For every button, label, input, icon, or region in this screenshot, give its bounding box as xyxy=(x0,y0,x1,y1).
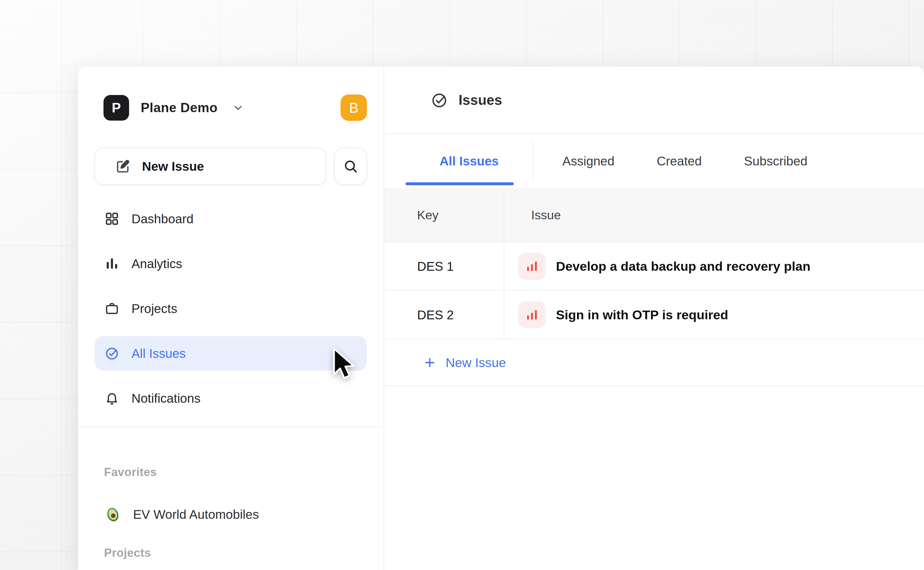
workspace-switcher[interactable]: P Plane Demo B xyxy=(95,95,367,121)
page-title: Issues xyxy=(459,92,502,108)
sidebar-item-label: All Issues xyxy=(132,346,186,361)
bell-icon xyxy=(104,391,119,406)
active-tab-underline xyxy=(405,182,514,185)
sidebar-item-all-issues[interactable]: All Issues xyxy=(95,336,367,371)
search-button[interactable] xyxy=(334,147,367,185)
table-row[interactable]: DES 1 Develop a data backup and recovery… xyxy=(384,242,924,291)
main-header: Issues xyxy=(384,66,924,134)
workspace-logo: P xyxy=(103,95,129,121)
sidebar-actions: New Issue xyxy=(95,147,367,185)
favorites-section-title: Favorites xyxy=(104,466,367,479)
issue-key: DES 2 xyxy=(417,308,454,322)
issue-title: Develop a data backup and recovery plan xyxy=(556,259,810,274)
sidebar-nav: Dashboard Analytics Projects xyxy=(95,202,367,415)
sidebar-item-label: Analytics xyxy=(132,256,182,271)
tab-created[interactable]: Created xyxy=(635,134,723,188)
tab-all-issues[interactable]: All Issues xyxy=(405,134,533,188)
dashboard-icon xyxy=(104,211,119,226)
favorite-item-ev-world-automobiles[interactable]: EV World Automobiles xyxy=(95,500,367,529)
sidebar-item-analytics[interactable]: Analytics xyxy=(95,247,367,281)
sidebar-item-label: Dashboard xyxy=(132,211,193,226)
edit-pencil-icon xyxy=(115,159,130,174)
issues-table-header: Key Issue xyxy=(384,188,924,242)
briefcase-icon xyxy=(104,301,119,316)
page-background: { "workspace": { "logo_letter": "P", "na… xyxy=(0,0,924,570)
app-window: P Plane Demo B New Issue xyxy=(78,66,924,570)
new-issue-button[interactable]: New Issue xyxy=(95,147,326,185)
issue-title: Sign in with OTP is required xyxy=(556,308,728,322)
issues-check-circle-icon xyxy=(431,92,448,109)
issues-tabs: All Issues Assigned Created Subscribed xyxy=(384,134,924,188)
tab-subscribed[interactable]: Subscribed xyxy=(723,134,829,188)
search-icon xyxy=(342,158,359,175)
add-new-issue-link[interactable]: New Issue xyxy=(384,339,924,386)
sidebar-item-label: Projects xyxy=(132,301,177,316)
tab-assigned[interactable]: Assigned xyxy=(541,134,635,188)
sidebar-item-label: Notifications xyxy=(132,391,200,406)
urgent-priority-icon xyxy=(519,301,545,328)
column-header-key: Key xyxy=(417,208,439,222)
sidebar-item-notifications[interactable]: Notifications xyxy=(95,381,367,415)
analytics-icon xyxy=(104,256,119,271)
add-new-issue-label: New Issue xyxy=(446,355,506,370)
tab-divider xyxy=(533,141,533,181)
sidebar: P Plane Demo B New Issue xyxy=(78,66,384,570)
favorite-item-label: EV World Automobiles xyxy=(133,507,259,522)
projects-section-title: Projects xyxy=(104,546,367,559)
user-avatar[interactable]: B xyxy=(341,95,367,121)
chevron-down-icon xyxy=(232,102,244,113)
check-circle-icon xyxy=(104,346,119,361)
issue-key: DES 1 xyxy=(417,259,454,274)
urgent-priority-icon xyxy=(519,253,545,280)
avocado-icon xyxy=(104,506,121,523)
new-issue-button-label: New Issue xyxy=(142,159,204,174)
workspace-name: Plane Demo xyxy=(141,100,218,115)
sidebar-item-projects[interactable]: Projects xyxy=(95,291,367,326)
sidebar-item-dashboard[interactable]: Dashboard xyxy=(95,202,367,236)
main-panel: Issues All Issues Assigned Created Subsc… xyxy=(384,66,924,570)
column-header-issue: Issue xyxy=(531,208,561,222)
plus-icon xyxy=(423,356,437,369)
sidebar-divider xyxy=(78,426,384,427)
table-row[interactable]: DES 2 Sign in with OTP is required xyxy=(384,291,924,339)
